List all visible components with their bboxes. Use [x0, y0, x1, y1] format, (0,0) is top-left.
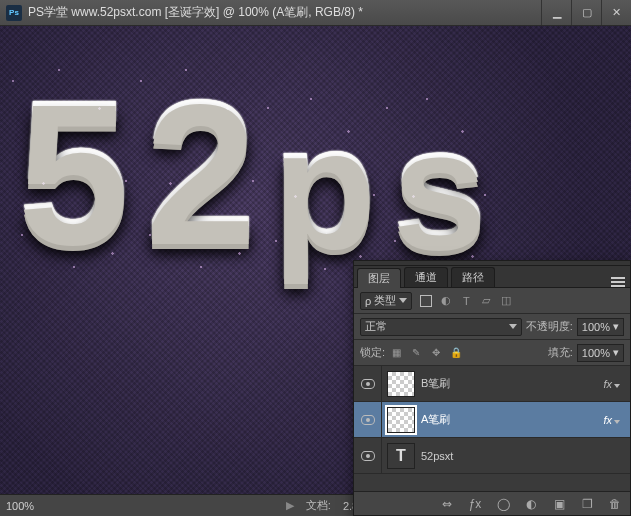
- chevron-down-icon: [509, 324, 517, 329]
- eye-icon: [361, 379, 375, 389]
- tab-paths[interactable]: 路径: [451, 267, 495, 287]
- opacity-label: 不透明度:: [526, 319, 573, 334]
- layer-name[interactable]: 52psxt: [421, 450, 624, 462]
- tab-channels[interactable]: 通道: [404, 267, 448, 287]
- filter-pixel-icon[interactable]: [420, 295, 432, 307]
- glyph-2: 2: [145, 70, 252, 270]
- layer-row[interactable]: B笔刷 fx: [354, 366, 630, 402]
- artwork-text: 5 2 p s: [18, 70, 483, 270]
- hamburger-icon: [611, 277, 625, 287]
- lock-row: 锁定: ▦ ✎ ✥ 🔒 填充: 100%▾: [354, 340, 630, 366]
- layer-style-icon[interactable]: ƒx: [468, 497, 482, 511]
- layer-filter-kind[interactable]: ρ类型: [360, 292, 412, 310]
- visibility-toggle[interactable]: [354, 438, 382, 473]
- lock-pixels-icon[interactable]: ✎: [409, 346, 423, 360]
- title-bar: Ps PS学堂 www.52psxt.com [圣诞字效] @ 100% (A笔…: [0, 0, 631, 26]
- tab-layers[interactable]: 图层: [357, 268, 401, 288]
- filter-adjust-icon[interactable]: ◐: [440, 295, 452, 307]
- eye-icon: [361, 415, 375, 425]
- visibility-toggle[interactable]: [354, 366, 382, 401]
- fx-indicator[interactable]: fx: [603, 414, 620, 426]
- opacity-input[interactable]: 100%▾: [577, 318, 624, 336]
- layer-name[interactable]: B笔刷: [421, 376, 603, 391]
- layer-mask-icon[interactable]: ◯: [496, 497, 510, 511]
- layer-row[interactable]: A笔刷 fx: [354, 402, 630, 438]
- app-icon: Ps: [6, 5, 22, 21]
- panel-menu-button[interactable]: [606, 277, 630, 287]
- status-menu-icon[interactable]: ▶: [286, 499, 294, 512]
- lock-position-icon[interactable]: ✥: [429, 346, 443, 360]
- layers-list: B笔刷 fx A笔刷 fx T 52psxt: [354, 366, 630, 491]
- blend-row: 正常 不透明度: 100%▾: [354, 314, 630, 340]
- link-layers-icon[interactable]: ⇔: [440, 497, 454, 511]
- lock-trans-icon[interactable]: ▦: [389, 346, 403, 360]
- glyph-s: s: [392, 100, 483, 270]
- layer-thumbnail[interactable]: [387, 407, 415, 433]
- layers-panel[interactable]: 图层 通道 路径 ρ类型 ◐ T ▱ ◫ 正常 不透明度: 100%▾ 锁定: …: [353, 260, 631, 516]
- document-title: PS学堂 www.52psxt.com [圣诞字效] @ 100% (A笔刷, …: [28, 4, 541, 21]
- blend-mode-select[interactable]: 正常: [360, 318, 522, 336]
- visibility-toggle[interactable]: [354, 402, 382, 437]
- filter-smart-icon[interactable]: ◫: [500, 295, 512, 307]
- minimize-button[interactable]: ▁: [541, 0, 571, 25]
- layer-name[interactable]: A笔刷: [421, 412, 603, 427]
- delete-layer-icon[interactable]: 🗑: [608, 497, 622, 511]
- window-controls: ▁ ▢ ✕: [541, 0, 631, 25]
- zoom-level[interactable]: 100%: [6, 500, 76, 512]
- layer-thumbnail[interactable]: T: [387, 443, 415, 469]
- filter-shape-icon[interactable]: ▱: [480, 295, 492, 307]
- lock-label: 锁定:: [360, 345, 385, 360]
- fx-indicator[interactable]: fx: [603, 378, 620, 390]
- eye-icon: [361, 451, 375, 461]
- filter-row: ρ类型 ◐ T ▱ ◫: [354, 288, 630, 314]
- filter-type-icons: ◐ T ▱ ◫: [420, 295, 512, 307]
- new-layer-icon[interactable]: ❐: [580, 497, 594, 511]
- glyph-p: p: [272, 100, 372, 270]
- layer-row[interactable]: T 52psxt: [354, 438, 630, 474]
- chevron-down-icon: [399, 298, 407, 303]
- layer-thumbnail[interactable]: [387, 371, 415, 397]
- panel-footer: ⇔ ƒx ◯ ◐ ▣ ❐ 🗑: [354, 491, 630, 515]
- lock-all-icon[interactable]: 🔒: [449, 346, 463, 360]
- adjustment-layer-icon[interactable]: ◐: [524, 497, 538, 511]
- fill-label: 填充:: [548, 345, 573, 360]
- maximize-button[interactable]: ▢: [571, 0, 601, 25]
- doc-info-label: 文档:: [306, 498, 331, 513]
- close-button[interactable]: ✕: [601, 0, 631, 25]
- fill-input[interactable]: 100%▾: [577, 344, 624, 362]
- new-group-icon[interactable]: ▣: [552, 497, 566, 511]
- filter-text-icon[interactable]: T: [460, 295, 472, 307]
- glyph-5: 5: [18, 70, 125, 270]
- panel-tabs: 图层 通道 路径: [354, 266, 630, 288]
